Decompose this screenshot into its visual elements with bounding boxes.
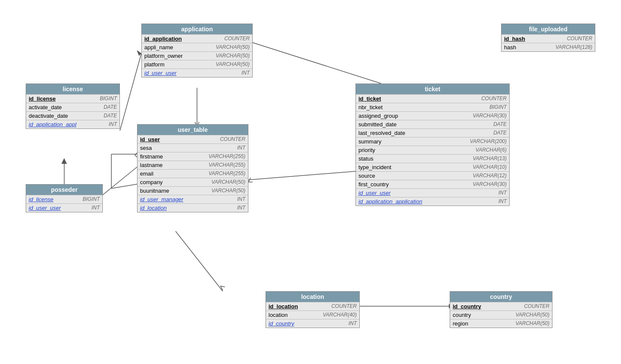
column-name: id_license	[29, 95, 56, 102]
table-row: id_countryINT	[266, 319, 359, 328]
column-name: id_country	[269, 320, 294, 327]
column-name: assigned_group	[358, 113, 398, 119]
column-type: VARCHAR(50)	[212, 188, 245, 194]
column-name: email	[140, 170, 153, 177]
table-row: hashVARCHAR(128)	[502, 43, 595, 51]
column-name: first_country	[358, 181, 389, 188]
column-type: DATE	[104, 113, 117, 119]
table-row: submitted_dateDATE	[356, 120, 509, 128]
column-type: COUNTER	[220, 136, 245, 143]
column-type: VARCHAR(50)	[212, 179, 245, 185]
column-name: summary	[358, 138, 381, 145]
column-type: INT	[242, 70, 250, 76]
table-file_uploaded: file_uploadedid_hashCOUNTERhashVARCHAR(1…	[501, 24, 595, 52]
column-type: COUNTER	[481, 95, 507, 102]
table-row: id_licenseBIGINT	[26, 94, 119, 103]
column-type: COUNTER	[224, 36, 250, 42]
column-name: id_license	[29, 196, 54, 203]
table-row: first_countryVARCHAR(30)	[356, 180, 509, 188]
column-type: INT	[499, 198, 507, 205]
table-header-country: country	[450, 292, 552, 302]
table-row: companyVARCHAR(50)	[137, 178, 248, 186]
table-row: id_ticketCOUNTER	[356, 94, 509, 103]
column-type: VARCHAR(10)	[473, 164, 507, 170]
table-header-ticket: ticket	[356, 84, 509, 94]
table-row: priorityVARCHAR(6)	[356, 146, 509, 154]
diagram-container: applicationid_applicationCOUNTERappli_na…	[0, 0, 621, 364]
column-name: priority	[358, 147, 375, 153]
table-posseder: possederid_licenseBIGINTid_user_userINT	[26, 184, 103, 212]
table-row: assigned_groupVARCHAR(30)	[356, 111, 509, 120]
table-header-file_uploaded: file_uploaded	[502, 24, 595, 34]
table-header-license: license	[26, 84, 119, 94]
column-name: id_user_user	[144, 70, 176, 76]
column-name: nbr_ticket	[358, 104, 382, 110]
table-row: id_user_userINT	[142, 69, 252, 77]
column-name: region	[453, 320, 468, 327]
column-name: platform	[144, 61, 164, 68]
column-name: activate_date	[29, 104, 62, 110]
column-type: INT	[109, 121, 117, 128]
table-row: id_userCOUNTER	[137, 135, 248, 143]
svg-line-6	[176, 231, 223, 291]
table-row: activate_dateDATE	[26, 103, 119, 111]
column-name: company	[140, 179, 163, 185]
column-name: last_resolved_date	[358, 130, 405, 136]
table-application: applicationid_applicationCOUNTERappli_na…	[141, 24, 253, 78]
table-row: firstnameVARCHAR(255)	[137, 152, 248, 161]
table-row: emailVARCHAR(255)	[137, 169, 248, 178]
table-row: platformVARCHAR(50)	[142, 60, 252, 69]
column-type: VARCHAR(50)	[516, 320, 549, 327]
column-name: source	[358, 173, 375, 179]
table-row: id_application_applicationINT	[356, 197, 509, 206]
table-row: id_user_managerINT	[137, 195, 248, 203]
column-type: VARCHAR(13)	[473, 155, 507, 162]
column-type: VARCHAR(50)	[216, 44, 250, 51]
column-name: id_user_manager	[140, 196, 183, 203]
column-type: INT	[349, 320, 357, 327]
table-row: sourceVARCHAR(12)	[356, 171, 509, 180]
table-row: appli_nameVARCHAR(50)	[142, 43, 252, 51]
table-row: platform_ownerVARCHAR(50)	[142, 51, 252, 60]
table-row: sesaINT	[137, 143, 248, 152]
table-row: last_resolved_dateDATE	[356, 128, 509, 137]
column-name: country	[453, 312, 471, 318]
svg-line-4	[248, 171, 355, 180]
column-name: lastname	[140, 162, 163, 168]
column-type: VARCHAR(40)	[323, 312, 357, 318]
table-row: statusVARCHAR(13)	[356, 154, 509, 163]
column-name: platform_owner	[144, 53, 183, 59]
table-header-application: application	[142, 24, 252, 34]
table-row: type_incidentVARCHAR(10)	[356, 163, 509, 171]
column-name: firstname	[140, 153, 163, 160]
column-name: id_ticket	[358, 95, 381, 102]
table-ticket: ticketid_ticketCOUNTERnbr_ticketBIGINTas…	[355, 84, 510, 206]
column-name: id_application_application	[358, 198, 422, 205]
column-type: INT	[237, 145, 245, 151]
column-type: DATE	[493, 121, 507, 128]
table-row: id_locationINT	[137, 203, 248, 212]
column-type: VARCHAR(30)	[473, 181, 507, 188]
table-header-user_table: user_table	[137, 125, 248, 135]
column-name: type_incident	[358, 164, 391, 170]
column-type: INT	[92, 205, 100, 211]
table-row: nbr_ticketBIGINT	[356, 103, 509, 111]
column-name: id_location	[140, 205, 167, 211]
column-type: VARCHAR(50)	[216, 53, 250, 59]
table-row: summaryVARCHAR(200)	[356, 137, 509, 146]
table-row: id_licenseBIGINT	[26, 195, 102, 203]
column-type: DATE	[104, 104, 117, 110]
table-header-posseder: posseder	[26, 185, 102, 195]
table-row: id_applicationCOUNTER	[142, 34, 252, 43]
column-type: VARCHAR(30)	[473, 113, 507, 119]
column-type: BIGINT	[100, 95, 117, 102]
column-name: buunitname	[140, 188, 169, 194]
column-type: BIGINT	[83, 196, 100, 203]
table-row: id_locationCOUNTER	[266, 302, 359, 310]
column-name: id_location	[269, 303, 298, 310]
column-type: VARCHAR(255)	[209, 170, 245, 177]
column-type: INT	[237, 205, 245, 211]
table-row: lastnameVARCHAR(255)	[137, 161, 248, 169]
table-user_table: user_tableid_userCOUNTERsesaINTfirstname…	[137, 124, 248, 212]
table-row: id_application_applINT	[26, 120, 119, 128]
